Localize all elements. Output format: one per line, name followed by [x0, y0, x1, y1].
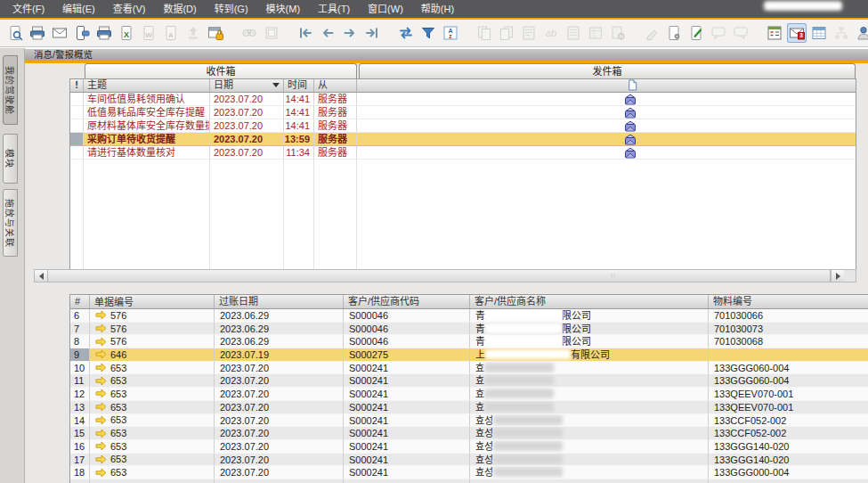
document-row-15[interactable]: 156532023.07.20S000241효성133CCF052-002	[70, 427, 868, 440]
menu-item-6[interactable]: 工具(T)	[309, 0, 359, 18]
document-row-14[interactable]: 146532023.07.20S000241효성133CCF052-002	[70, 414, 868, 428]
messages-alerts-icon[interactable]: 3	[787, 23, 807, 43]
export-word-icon[interactable]: W	[139, 23, 158, 43]
link-arrow-icon[interactable]	[95, 349, 107, 359]
document-row-13[interactable]: 136532023.07.20S000241효133QEEV070-001	[70, 401, 868, 414]
link-arrow-icon[interactable]	[95, 415, 107, 425]
doc-col-index[interactable]: #	[70, 295, 90, 308]
refresh-icon[interactable]	[396, 23, 416, 43]
summary-icon[interactable]	[519, 23, 539, 43]
link-arrow-icon[interactable]	[95, 468, 107, 478]
sidebar-tab-1[interactable]: 模块	[3, 134, 18, 184]
doc-col-number[interactable]: 单据编号	[90, 295, 215, 308]
document-settings-icon[interactable]	[664, 23, 684, 43]
sms-icon[interactable]	[72, 23, 92, 43]
document-row-10[interactable]: 106532023.07.20S000241효133GGG060-004	[70, 362, 868, 375]
menu-item-0[interactable]: 文件(F)	[4, 0, 53, 18]
scroll-right-button[interactable]	[831, 270, 844, 282]
journal-entry-icon[interactable]	[564, 23, 583, 43]
link-arrow-icon[interactable]	[95, 323, 107, 333]
launch-application-icon[interactable]	[183, 23, 203, 43]
link-arrow-icon[interactable]	[95, 402, 107, 412]
inbox-row-4[interactable]: 采购订单待收货提醒2023.07.2013:59服务器	[70, 133, 856, 146]
inbox-row-2[interactable]: 低值易耗品库安全库存提醒2023.07.2014:41服务器	[70, 106, 856, 119]
inbox-col-time[interactable]: 时间	[284, 79, 314, 92]
document-row-8[interactable]: 85762023.06.29S000046青限公司701030068	[70, 335, 868, 348]
inbox-col-subject[interactable]: 主题	[84, 79, 210, 92]
form-mode-icon[interactable]	[586, 23, 605, 43]
document-row-9[interactable]: 96462023.07.19S000275上有限公司	[70, 348, 868, 362]
add-record-icon[interactable]	[262, 23, 281, 43]
inbox-row-5[interactable]: 请进行基体数量核对2023.07.2011:34服务器	[70, 146, 856, 160]
remarks-icon[interactable]	[709, 23, 728, 43]
inbox-col-alert[interactable]: !	[70, 79, 84, 92]
print-preview-icon[interactable]	[5, 23, 25, 43]
todo-list-icon[interactable]	[765, 23, 784, 43]
menu-item-7[interactable]: 窗口(W)	[359, 0, 412, 18]
menu-item-5[interactable]: 模块(M)	[257, 0, 310, 18]
last-record-icon[interactable]	[362, 23, 382, 43]
link-arrow-icon[interactable]	[95, 441, 107, 451]
doc-col-bp-code[interactable]: 客户/供应商代码	[344, 295, 470, 308]
sidebar-tab-2[interactable]: 拖放与关联	[3, 189, 18, 257]
document-row-16[interactable]: 166532023.07.20S000241효성133GGG140-020	[70, 440, 868, 454]
document-row-17[interactable]: 176532023.07.20S000241효성133GGG140-020	[70, 454, 868, 467]
next-record-icon[interactable]	[340, 23, 360, 43]
gross-profit-icon[interactable]: ab	[541, 23, 561, 43]
link-arrow-icon[interactable]	[95, 376, 107, 386]
inbox-row-1[interactable]: 车间低值易耗领用确认2023.07.2014:41服务器	[70, 93, 856, 106]
document-row-11[interactable]: 116532023.07.20S000241효133GGG060-004	[70, 374, 868, 388]
document-row-7[interactable]: 75762023.06.29S000046青限公司701030073	[70, 323, 868, 336]
query-icon[interactable]	[608, 23, 628, 43]
email-icon[interactable]	[50, 23, 69, 43]
scroll-left-button[interactable]	[35, 270, 48, 282]
open-envelope-icon[interactable]	[624, 147, 637, 159]
open-envelope-icon[interactable]	[624, 107, 637, 119]
fax-icon[interactable]	[94, 23, 114, 43]
link-arrow-icon[interactable]	[95, 363, 107, 372]
link-arrow-icon[interactable]	[95, 310, 107, 320]
find-icon[interactable]	[239, 23, 259, 43]
first-record-icon[interactable]	[296, 23, 315, 43]
doc-col-posting-date[interactable]: 过账日期	[215, 295, 344, 308]
menu-item-3[interactable]: 数据(D)	[154, 0, 205, 18]
scrollbar-thumb[interactable]: ∷	[48, 270, 831, 282]
print-icon[interactable]	[28, 23, 47, 43]
link-arrow-icon[interactable]	[95, 337, 107, 347]
tab-outbox[interactable]: 发件箱	[359, 63, 856, 78]
filter-icon[interactable]	[418, 23, 438, 43]
sort-icon[interactable]: Az	[441, 23, 460, 43]
link-arrow-icon[interactable]	[95, 389, 107, 398]
export-excel-icon[interactable]: X	[117, 23, 136, 43]
edit-icon[interactable]	[642, 23, 661, 43]
inbox-col-attachment[interactable]	[357, 79, 856, 92]
form-settings-icon[interactable]	[686, 23, 706, 43]
previous-record-icon[interactable]	[318, 23, 337, 43]
menu-item-1[interactable]: 编辑(E)	[53, 0, 104, 18]
paste-from-icon[interactable]	[497, 23, 516, 43]
document-row-12[interactable]: 126532023.07.20S000241효133QEEV070-001	[70, 388, 868, 401]
menu-item-4[interactable]: 转到(G)	[206, 0, 257, 18]
sidebar-tab-0[interactable]: 我的驾驶舱	[3, 55, 18, 125]
document-row-6[interactable]: 65762023.06.29S000046青限公司701030066	[70, 309, 868, 323]
open-envelope-icon[interactable]	[624, 120, 637, 132]
doc-col-bp-name[interactable]: 客户/供应商名称	[470, 295, 709, 308]
report-icon[interactable]	[809, 23, 829, 43]
document-row-18[interactable]: 186532023.07.20S000241효성133GGG000-004	[70, 466, 868, 479]
lock-screen-icon[interactable]	[206, 23, 225, 43]
send-message-icon[interactable]	[731, 23, 750, 43]
inbox-row-3[interactable]: 原材料基体库安全库存数量提醒2023.07.2014:41服务器	[70, 119, 856, 133]
inbox-col-date[interactable]: 日期	[210, 79, 284, 92]
sort-descending-icon[interactable]	[272, 83, 280, 87]
open-envelope-icon[interactable]	[624, 134, 637, 145]
doc-col-item-number[interactable]: 物料编号	[709, 295, 868, 308]
menu-item-8[interactable]: 帮助(H)	[412, 0, 463, 18]
open-envelope-icon[interactable]	[624, 94, 637, 105]
copy-to-icon[interactable]	[475, 23, 494, 43]
tab-inbox[interactable]: 收件箱	[85, 63, 357, 78]
link-arrow-icon[interactable]	[95, 429, 107, 438]
employee-icon[interactable]	[854, 23, 868, 43]
inbox-col-from[interactable]: 从	[314, 79, 357, 92]
horizontal-scrollbar[interactable]: ∷	[34, 269, 856, 282]
menu-item-2[interactable]: 查看(V)	[104, 0, 155, 18]
